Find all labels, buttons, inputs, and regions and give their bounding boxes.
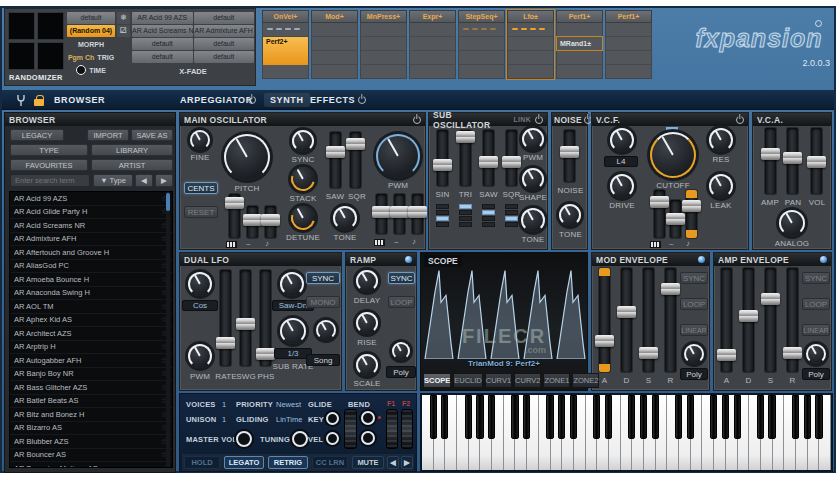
preset-item[interactable]: AR Bizarro AS☆ <box>10 422 172 436</box>
res-knob[interactable] <box>709 128 733 152</box>
perf-slot[interactable]: Perf2+ <box>263 37 308 65</box>
preset-item[interactable]: AR Bitz and Bonez H☆ <box>10 408 172 422</box>
preset-item[interactable]: AR Aftertouch and Groove H☆ <box>10 246 172 260</box>
glide-key-knob[interactable] <box>326 412 339 425</box>
scope-tab-zone1[interactable]: ZONE1 <box>543 373 570 388</box>
snowflake-icon[interactable]: ❄ <box>117 12 130 24</box>
black-key[interactable] <box>465 395 472 439</box>
mute-button[interactable]: MUTE <box>352 456 384 469</box>
env-poly-button[interactable]: Poly <box>680 368 708 380</box>
tab-arpeggiator[interactable]: ARPEGGIATOR <box>180 95 253 105</box>
preset-item[interactable]: AR Amoeba Bounce H☆ <box>10 273 172 287</box>
preset-item[interactable]: AR Acid Glide Party H☆ <box>10 206 172 220</box>
keytrack-slider[interactable] <box>229 194 240 238</box>
sort-dropdown[interactable]: ▼ Type <box>93 174 133 187</box>
retrig-button[interactable]: RETRIG <box>268 456 308 469</box>
filter-type-knob[interactable] <box>610 128 634 152</box>
cutoff-mod-slider[interactable] <box>654 190 665 238</box>
black-key[interactable] <box>652 395 659 439</box>
preset-item[interactable]: AR Aphex Kid AS☆ <box>10 314 172 328</box>
sync-knob[interactable] <box>292 130 314 152</box>
xy-pad[interactable] <box>8 42 35 70</box>
shape-knob[interactable] <box>522 168 544 190</box>
morph-slot-b[interactable]: (Random 04) <box>67 25 115 37</box>
unison-value[interactable]: 1 <box>222 415 226 424</box>
black-key[interactable] <box>710 395 717 439</box>
xfade-slot[interactable]: AR Acid 99 AZS <box>132 12 193 24</box>
perf-column-header[interactable]: OnVel+ <box>262 10 309 23</box>
tab-effects[interactable]: EFFECTS <box>310 95 355 105</box>
perf-column-header[interactable]: Expr+ <box>409 10 456 23</box>
perf-column-header[interactable]: Lfo± <box>507 10 554 23</box>
next-arrow-button[interactable]: ▶ <box>401 456 413 469</box>
delay-knob[interactable] <box>356 270 378 292</box>
ramp-poly-knob[interactable] <box>392 342 410 360</box>
search-input[interactable] <box>10 174 90 187</box>
preset-item[interactable]: AR AliasGod PC☆ <box>10 260 172 274</box>
black-key[interactable] <box>558 395 565 439</box>
tri-octave-selector[interactable] <box>459 204 472 227</box>
tuning-knob[interactable] <box>292 431 308 447</box>
lfo1-wave-display[interactable]: Cos <box>182 300 218 311</box>
type-filter-button[interactable]: TYPE <box>10 144 88 156</box>
f1-wheel[interactable] <box>386 409 398 449</box>
perf-column-header[interactable]: MnPress+ <box>360 10 407 23</box>
xy-pad[interactable] <box>37 12 64 40</box>
sustain-slider[interactable] <box>765 268 776 372</box>
library-filter-button[interactable]: LIBRARY <box>91 144 173 156</box>
prev-preset-button[interactable]: ◀ <box>135 174 153 187</box>
time-knob[interactable] <box>76 65 86 75</box>
tab-browser[interactable]: BROWSER <box>54 95 105 105</box>
perf-column-header[interactable]: StepSeq+ <box>458 10 505 23</box>
leak-knob[interactable] <box>709 174 733 198</box>
amp-slider[interactable] <box>765 128 776 194</box>
rise-knob[interactable] <box>356 312 378 334</box>
bend-up-knob[interactable] <box>361 411 375 425</box>
mod-slider[interactable] <box>394 194 405 234</box>
env-loop-button[interactable]: LOOP <box>680 298 708 310</box>
env-poly-knob[interactable] <box>684 344 704 364</box>
env-mod-slider[interactable] <box>686 190 697 238</box>
morph-slot-a[interactable]: default <box>67 12 115 24</box>
black-key[interactable] <box>687 395 694 439</box>
filter-mode-display[interactable]: L4 <box>604 156 638 167</box>
release-slider[interactable] <box>787 268 798 372</box>
black-key[interactable] <box>757 395 764 439</box>
cutoff-mod-slider[interactable] <box>670 200 681 238</box>
xfade-slot[interactable]: default <box>132 38 193 50</box>
priority-value[interactable]: Newest <box>276 400 301 409</box>
favourites-filter-button[interactable]: FAVOURITES <box>10 159 88 171</box>
env-loop-button[interactable]: LOOP <box>802 298 830 310</box>
voices-value[interactable]: 1 <box>222 400 226 409</box>
lfo-mono-button[interactable]: MONO <box>306 296 340 308</box>
black-key[interactable] <box>804 395 811 439</box>
perf-column-header[interactable]: Perf1+ <box>605 10 652 23</box>
preset-scrollbar[interactable] <box>166 192 170 467</box>
gliding-value[interactable]: LinTime <box>276 415 302 424</box>
legacy-button[interactable]: LEGACY <box>10 129 64 141</box>
mod-slider[interactable] <box>247 206 258 238</box>
artist-filter-button[interactable]: ARTIST <box>91 159 173 171</box>
lfo2-wave-knob[interactable] <box>280 272 304 296</box>
release-slider[interactable] <box>665 268 676 372</box>
env-sync-button[interactable]: SYNC <box>802 272 830 284</box>
black-key[interactable] <box>675 395 682 439</box>
main-oscillator-power-icon[interactable] <box>413 116 421 124</box>
scope-tab-euclid[interactable]: EUCLID <box>453 373 483 388</box>
bend-wheel[interactable] <box>344 409 357 449</box>
fine-knob[interactable] <box>190 130 210 150</box>
xfade-slot[interactable]: default <box>194 51 255 63</box>
preset-item[interactable]: AR Banjo Boy NR☆ <box>10 368 172 382</box>
lfo-pwm-knob[interactable] <box>188 344 212 368</box>
ramp-poly-button[interactable]: Poly <box>386 366 416 378</box>
tone-knob[interactable] <box>333 206 357 230</box>
save-as-button[interactable]: SAVE AS <box>131 129 173 141</box>
trig-button[interactable]: TRIG <box>97 54 114 61</box>
black-key[interactable] <box>523 395 530 439</box>
xfade-slot[interactable]: AR Admixture AFH <box>194 25 255 37</box>
preset-item[interactable]: AR Batlef Beats AS☆ <box>10 395 172 409</box>
noise-tone-knob[interactable] <box>559 204 581 226</box>
xy-pad[interactable] <box>37 42 64 70</box>
xfade-slot[interactable]: default <box>194 12 255 24</box>
env-linear-button[interactable]: LINEAR <box>680 324 708 336</box>
